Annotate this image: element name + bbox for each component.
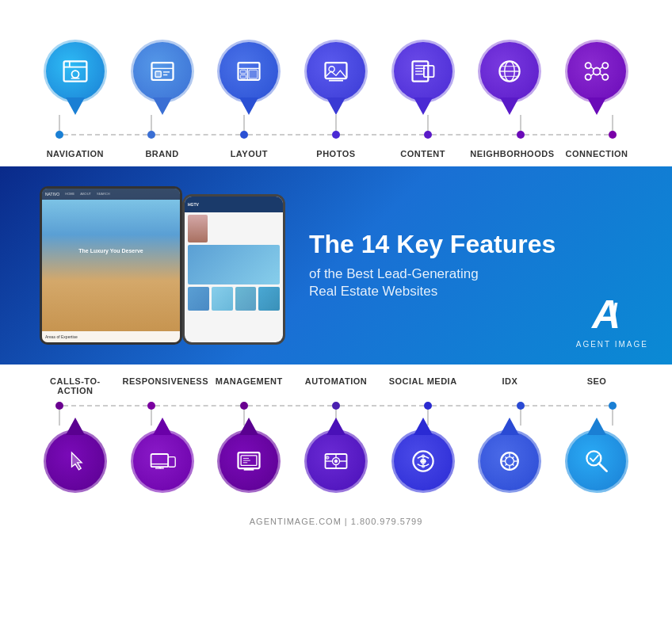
photos-icon-item bbox=[304, 40, 368, 103]
svg-rect-42 bbox=[168, 457, 175, 468]
label-cta: CALLS-TO-ACTION bbox=[36, 376, 115, 395]
bottom-dot-node-1 bbox=[55, 402, 63, 410]
phone-header: HGTV bbox=[185, 197, 283, 212]
layout-icon-item bbox=[217, 40, 281, 103]
label-social-media: SOCIAL MEDIA bbox=[384, 376, 463, 395]
nav-icon-item bbox=[44, 40, 107, 103]
bottom-section: CALLS-TO-ACTION RESPONSIVENESS MANAGEMEN… bbox=[0, 365, 672, 501]
responsiveness-pin bbox=[131, 429, 194, 493]
label-content: CONTENT bbox=[384, 149, 463, 158]
label-connection: CONNECTION bbox=[557, 149, 636, 158]
responsiveness-icon bbox=[148, 447, 177, 475]
bottom-dot-line-2 bbox=[155, 405, 239, 407]
brand-icon-item bbox=[131, 40, 194, 103]
label-responsiveness: RESPONSIVENESS bbox=[123, 376, 202, 395]
social-icon-item bbox=[391, 429, 455, 493]
social-media-icon bbox=[409, 447, 437, 475]
tablet-nav: NATIVO HOME ABOUT SEARCH bbox=[42, 189, 180, 200]
svg-point-34 bbox=[602, 74, 608, 80]
svg-rect-13 bbox=[240, 70, 246, 74]
dot-node-2 bbox=[147, 131, 155, 139]
brand-icon bbox=[148, 57, 177, 86]
svg-point-30 bbox=[594, 68, 601, 75]
bottom-dot-node-7 bbox=[609, 402, 617, 410]
svg-point-64 bbox=[422, 465, 425, 468]
label-layout: LAYOUT bbox=[209, 149, 288, 158]
dot-line-2 bbox=[155, 134, 239, 136]
bottom-dot-node-6 bbox=[517, 402, 525, 410]
top-label-row: NAVIGATION BRAND LAYOUT PHOTOS CONTENT N… bbox=[16, 149, 656, 158]
bottom-dot-node-4 bbox=[332, 402, 340, 410]
bottom-dot-node-3 bbox=[240, 402, 248, 410]
idx-icon bbox=[495, 447, 524, 475]
dot-node-4 bbox=[332, 131, 340, 139]
banner-text: The 14 Key Features of the Best Lead-Gen… bbox=[301, 231, 648, 300]
seo-icon bbox=[582, 447, 611, 475]
svg-line-36 bbox=[600, 67, 603, 70]
idx-pin bbox=[478, 429, 541, 493]
photos-pin bbox=[304, 40, 368, 103]
banner-logo: A I AGENT IMAGE bbox=[576, 295, 648, 349]
tablet-device: NATIVO HOME ABOUT SEARCH The Luxury You … bbox=[40, 186, 182, 345]
bottom-dot-line-5 bbox=[432, 405, 516, 407]
cta-icon-item bbox=[44, 429, 107, 493]
bottom-dot-node-5 bbox=[424, 402, 432, 410]
agent-image-logo-mark: A I bbox=[588, 295, 636, 338]
neighborhoods-icon bbox=[495, 57, 524, 86]
svg-rect-15 bbox=[249, 70, 258, 78]
dot-node-6 bbox=[517, 131, 525, 139]
top-icon-row bbox=[16, 40, 656, 103]
management-icon bbox=[235, 447, 263, 475]
svg-point-33 bbox=[586, 74, 591, 80]
svg-line-68 bbox=[513, 457, 514, 459]
svg-point-55 bbox=[334, 460, 338, 463]
phone-avatar bbox=[188, 215, 208, 242]
layout-pin bbox=[217, 40, 281, 103]
label-navigation: NAVIGATION bbox=[36, 149, 115, 158]
dot-node-1 bbox=[55, 131, 63, 139]
cta-pin bbox=[44, 429, 107, 493]
banner-heading: The 14 Key Features bbox=[309, 231, 648, 258]
management-icon-item bbox=[217, 429, 281, 493]
tablet-screen: NATIVO HOME ABOUT SEARCH The Luxury You … bbox=[42, 189, 180, 342]
phone-profile-row bbox=[185, 212, 283, 245]
label-management: MANAGEMENT bbox=[209, 376, 288, 395]
dot-line-3 bbox=[248, 134, 332, 136]
svg-line-70 bbox=[513, 464, 514, 465]
seo-pin bbox=[565, 429, 628, 493]
phone-device: HGTV bbox=[182, 194, 285, 345]
svg-rect-14 bbox=[240, 75, 246, 79]
content-icon-item bbox=[391, 40, 455, 103]
bottom-dot-line-6 bbox=[525, 405, 609, 407]
phone-brand-text: HGTV bbox=[188, 202, 199, 207]
svg-line-35 bbox=[591, 67, 594, 70]
layout-icon bbox=[235, 57, 263, 86]
content-pin bbox=[391, 40, 455, 103]
svg-rect-41 bbox=[151, 454, 168, 467]
bottom-label-row: CALLS-TO-ACTION RESPONSIVENESS MANAGEMEN… bbox=[16, 376, 656, 395]
svg-line-76 bbox=[599, 464, 607, 471]
nav-pin bbox=[44, 40, 107, 103]
dot-node-3 bbox=[240, 131, 248, 139]
svg-line-38 bbox=[600, 74, 603, 76]
label-photos: PHOTOS bbox=[296, 149, 376, 158]
connection-pin bbox=[565, 40, 628, 103]
phone-screen: HGTV bbox=[185, 197, 283, 342]
automation-pin bbox=[304, 429, 368, 493]
cta-icon bbox=[61, 447, 90, 475]
bottom-dot-node-2 bbox=[147, 402, 155, 410]
top-section: NAVIGATION BRAND LAYOUT PHOTOS CONTENT N… bbox=[0, 16, 672, 166]
dot-line-4 bbox=[340, 134, 424, 136]
dot-line-5 bbox=[432, 134, 516, 136]
svg-text:I: I bbox=[612, 299, 618, 321]
navigation-icon bbox=[61, 57, 90, 86]
seo-icon-item bbox=[565, 429, 628, 493]
label-automation: AUTOMATION bbox=[296, 376, 376, 395]
footer: AGENTIMAGE.COM | 1.800.979.5799 bbox=[0, 501, 672, 538]
photos-icon bbox=[322, 57, 350, 86]
banner-devices: NATIVO HOME ABOUT SEARCH The Luxury You … bbox=[24, 178, 301, 353]
tablet-hero-text: The Luxury You Deserve bbox=[78, 247, 143, 253]
bottom-dot-line-4 bbox=[340, 405, 424, 407]
connection-icon bbox=[582, 57, 611, 86]
label-idx: IDX bbox=[470, 376, 549, 395]
